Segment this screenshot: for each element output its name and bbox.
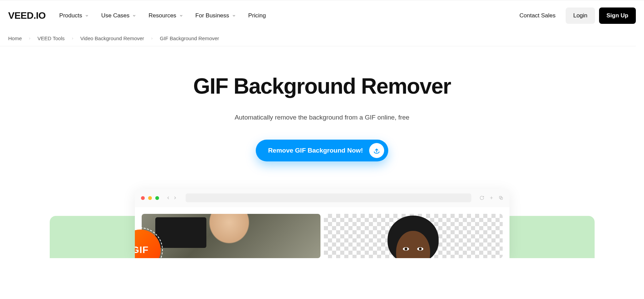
preview-area: GIF [135,189,509,258]
chevron-right-icon [150,37,154,40]
gif-badge-label: GIF [135,245,149,255]
window-minimize-icon [148,196,152,200]
browser-chrome-icons [480,195,503,200]
cta-button[interactable]: Remove GIF Background Now! [256,140,388,161]
upload-icon [369,143,384,158]
refresh-icon [480,195,484,200]
eye-icon [417,247,423,251]
chevron-down-icon [132,14,136,18]
chevron-right-icon [71,37,74,40]
chevron-down-icon [179,14,183,18]
login-button[interactable]: Login [566,7,595,24]
chevron-down-icon [232,14,236,18]
window-close-icon [141,196,145,200]
chevron-right-icon [28,37,31,40]
nav-products[interactable]: Products [59,12,89,19]
nav-resources-label: Resources [148,12,176,19]
page-title: GIF Background Remover [8,74,636,99]
nav-for-business[interactable]: For Business [195,12,236,19]
breadcrumb-home[interactable]: Home [8,35,22,41]
breadcrumb-veed-tools[interactable]: VEED Tools [37,35,65,41]
nav-use-cases[interactable]: Use Cases [101,12,136,19]
breadcrumb: Home VEED Tools Video Background Remover… [0,31,636,46]
preview-removed-bg-image [324,214,503,258]
eye-icon [403,247,409,251]
browser-nav-arrows [166,195,177,200]
nav-products-label: Products [59,12,82,19]
plus-icon [489,195,494,200]
nav-for-business-label: For Business [195,12,229,19]
signup-button[interactable]: Sign Up [599,7,636,24]
header-right: Contact Sales Login Sign Up [513,7,636,24]
person-shape [195,214,263,258]
browser-mockup: GIF [135,189,509,258]
cta-label: Remove GIF Background Now! [268,147,363,154]
breadcrumb-video-bg-remover[interactable]: Video Background Remover [80,35,144,41]
chevron-down-icon [85,14,89,18]
chevron-left-icon [166,195,171,200]
page-subtitle: Automatically remove the background from… [8,114,636,121]
contact-sales-link[interactable]: Contact Sales [513,8,562,23]
browser-urlbar [186,193,471,202]
person-cutout [384,216,442,258]
hero-section: GIF Background Remover Automatically rem… [0,46,644,258]
nav-use-cases-label: Use Cases [101,12,129,19]
nav-pricing[interactable]: Pricing [248,12,266,19]
nav-pricing-label: Pricing [248,12,266,19]
browser-chrome [135,189,509,207]
browser-body: GIF [135,207,509,258]
nav-resources[interactable]: Resources [148,12,183,19]
main-header: VEED.IO Products Use Cases Resources For… [0,0,644,31]
preview-original-image [142,214,320,258]
copy-icon [499,195,503,200]
primary-nav: Products Use Cases Resources For Busines… [59,12,266,19]
window-maximize-icon [155,196,159,200]
logo[interactable]: VEED.IO [8,10,46,21]
breadcrumb-current: GIF Background Remover [160,35,219,41]
chevron-right-icon [173,195,177,200]
